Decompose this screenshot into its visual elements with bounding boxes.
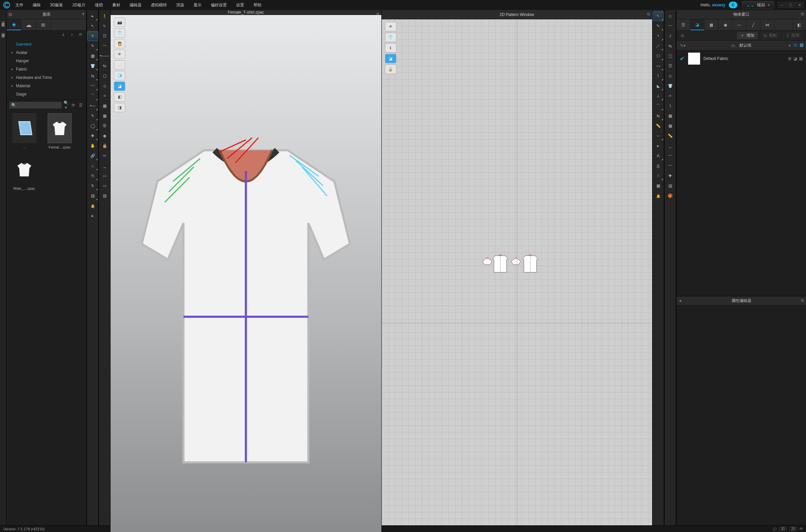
tool-3d-pen[interactable]: ✎ [87,41,98,51]
tool-2d-edit[interactable]: ✎ [653,21,663,31]
status-3d[interactable]: 3D [779,527,787,531]
tool-2db-16[interactable]: 〰 [665,161,675,170]
overlay-2d-lock[interactable]: 🔒 [385,64,396,74]
library-tab-favorite[interactable]: ★ [7,19,21,30]
tool-2db-1[interactable]: ⎌ [665,11,675,21]
tool-3d-more2[interactable]: ▤ [87,191,98,201]
library-import-icon[interactable]: ⤓ [60,32,66,38]
close-button[interactable]: ✕ [795,2,803,8]
tool-3db-arrange[interactable]: ☷ [99,31,110,41]
tree-stage[interactable]: Stage [7,90,86,98]
menu-edit[interactable]: 编辑 [31,1,43,9]
tool-2d-point[interactable]: • [653,31,663,41]
overlay-2d-snap[interactable]: ◪ [385,54,396,63]
menu-settings[interactable]: 设置 [234,1,246,9]
group-more-icon[interactable]: ▤ [800,43,803,48]
tool-3db-wind[interactable]: 〰 [99,41,110,51]
fabric-assign-icon[interactable]: ⊞ [788,56,791,61]
group-folder-icon[interactable]: 🗀 [794,43,798,48]
thumb-up[interactable]: .. [9,113,39,149]
tool-2db-2[interactable]: 〰 [665,21,675,31]
tool-3db-walk[interactable]: 🚶 [99,11,110,21]
tool-2db-8[interactable]: 👕 [665,81,675,91]
tool-2d-text-a[interactable]: A [653,151,663,160]
fabric-grid-icon[interactable]: ▦ [799,56,803,61]
simulate-button[interactable]: ⌄⌄ 模拟 ▾ [742,1,774,9]
fabric-swatch[interactable] [688,53,700,64]
tool-2db-5[interactable]: ▢ [665,51,675,61]
2d-view-popout-icon[interactable]: ⧉ [647,12,650,16]
tool-3db-layer[interactable]: ▢ [99,71,110,80]
obj-tab-texture[interactable]: ▩ [705,19,718,30]
tool-3db-more1[interactable]: ◇ [99,81,110,91]
tool-2db-15[interactable]: 〰 [665,151,675,160]
tool-2db-14[interactable]: ⎯ [665,141,675,151]
tool-3d-shirt[interactable]: 👕 [87,61,98,71]
tool-2d-seam[interactable]: ⌒ [653,101,663,111]
folder-open-icon[interactable]: 🗀 [680,33,686,39]
tool-2db-9[interactable]: ✧ [665,91,675,100]
tool-3db-lock[interactable]: 🔒 [99,141,110,151]
tool-3d-mesh[interactable]: ▦ [87,51,98,61]
3d-viewport[interactable]: 📷 👕 🙍 👁 🩹 🧊 ◪ ◧ ◨ [111,15,381,532]
menu-help[interactable]: 帮助 [251,1,263,9]
tree-fabric[interactable]: ▸Fabric [7,65,86,73]
tool-2d-sew[interactable]: ⇆ [653,111,663,120]
tree-avatar[interactable]: ▸Avatar [7,48,86,57]
menu-avatar[interactable]: 虚拟模特 [149,1,169,9]
obj-tab-trim[interactable]: ⋈ [761,19,774,30]
overlay-2d-shirt[interactable]: 👕 [385,33,396,42]
tool-3d-fold[interactable]: ⌒ [87,91,98,100]
tool-3db-more5[interactable]: ▭ [99,181,110,190]
tool-2d-piping[interactable]: ⎍ [653,171,663,180]
overlay-3d-avatar[interactable]: 🙍 [114,39,125,48]
tool-2db-19[interactable]: 🎁 [665,191,675,201]
tool-3db-dot[interactable]: ⦿ [99,121,110,131]
tool-2d-notch[interactable]: ⊥ [653,91,663,100]
tool-3d-more3[interactable]: ▸ [87,211,98,221]
tool-3db-texture[interactable]: ▩ [99,101,110,111]
menu-materials[interactable]: 素材 [110,1,122,9]
apply-button[interactable]: ↧应用 [783,32,803,39]
overlay-3d-camera[interactable]: 📷 [114,18,125,27]
menu-file[interactable]: 文件 [13,1,25,9]
prop-collapse-icon[interactable]: ◂ [679,298,681,303]
tool-3db-more4[interactable]: ▭ [99,171,110,180]
tool-3db-more6[interactable]: ▤ [99,191,110,201]
tool-3d-brush[interactable]: ✎ [87,111,98,120]
overlay-3d-ghost[interactable]: ◨ [114,103,125,112]
obj-tab-topstitch[interactable]: ╱ [746,19,761,30]
overlay-3d-eye[interactable]: 👁 [114,50,125,59]
copy-button[interactable]: ⧉复制 [761,32,780,39]
tool-3d-crease[interactable]: ↯ [87,181,98,190]
tool-3db-pin[interactable]: •—— [99,51,110,61]
obj-tab-stitch[interactable]: — [732,19,746,30]
tool-3db-more2[interactable]: ✧ [99,91,110,100]
tool-2d-trace[interactable]: ⌇ [653,71,663,80]
menu-2d-pattern[interactable]: 2D板片 [70,1,87,9]
tool-3d-hand[interactable]: ✋ [87,141,98,151]
overlay-3d-stress[interactable]: 🩹 [114,60,125,70]
tool-2db-13[interactable]: 📏 [665,131,675,140]
maximize-button[interactable]: ☐ [787,2,795,8]
property-popout-icon[interactable]: ⧉ [801,298,804,303]
library-collapse-icon[interactable]: ▾ [82,12,84,16]
tool-3d-avatar[interactable]: 🙍 [87,201,98,210]
tool-2d-dart[interactable]: ◣ [653,81,663,91]
tool-2db-18[interactable]: ▤ [665,181,675,190]
tool-3d-more1[interactable]: ⎘ [87,171,98,180]
fabric-check-icon[interactable]: ✔ [680,55,685,62]
overlay-3d-view[interactable]: 🧊 [114,71,125,80]
tool-2d-poly[interactable]: ⬠ [653,51,663,61]
tree-garment[interactable]: Garment [7,40,86,48]
rail-history-tab[interactable]: 历史记录 [1,19,6,21]
object-popout-icon[interactable]: ⧉ [801,12,804,16]
library-listview-icon[interactable]: ☰ [78,102,83,108]
tool-3d-sew[interactable]: ⇆ [87,71,98,80]
tool-2db-7[interactable]: ◇ [665,71,675,80]
tool-3db-trim[interactable]: ✂ [99,151,110,160]
library-add-icon[interactable]: ＋ [69,32,75,38]
user-name[interactable]: axuezy [712,3,726,7]
tool-3d-select[interactable]: ↖ [87,21,98,31]
tool-3d-tie[interactable]: ✚ [87,131,98,140]
